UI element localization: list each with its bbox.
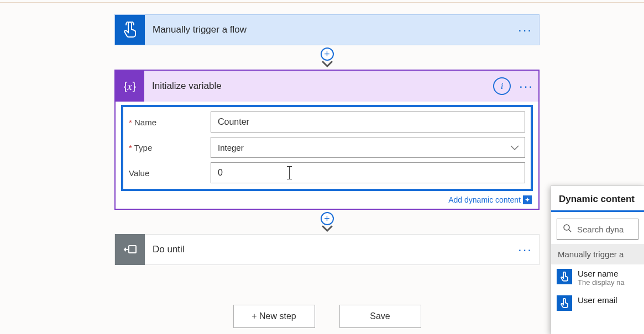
dynamic-content-item[interactable]: User email: [551, 291, 644, 315]
dynamic-content-search[interactable]: Search dyna: [557, 219, 638, 240]
down-arrow-icon: [322, 61, 333, 68]
type-label: * Type: [129, 143, 211, 152]
connector-1: +: [114, 45, 540, 70]
svg-rect-0: [129, 246, 136, 253]
flow-column: Manually trigger a flow ··· + {𝑥} Initia…: [114, 14, 540, 265]
trigger-card[interactable]: Manually trigger a flow ···: [114, 14, 540, 45]
text-cursor-icon: [289, 167, 290, 179]
name-input[interactable]: Counter: [211, 112, 525, 132]
search-icon: [563, 224, 572, 235]
value-input[interactable]: 0: [211, 162, 525, 183]
add-step-plus-icon[interactable]: +: [321, 212, 334, 225]
new-step-button[interactable]: + New step: [233, 305, 315, 328]
save-button[interactable]: Save: [339, 305, 421, 328]
connector-2: +: [114, 210, 540, 234]
type-row: * Type Integer: [129, 135, 525, 160]
name-row: * Name Counter: [129, 109, 525, 135]
variable-icon: {𝑥}: [116, 71, 144, 102]
item-title: User name: [578, 269, 625, 278]
value-row: Value 0: [129, 160, 525, 185]
add-dynamic-content-link[interactable]: Add dynamic content ✦: [448, 195, 532, 204]
dynamic-content-section: Manually trigger a: [551, 244, 644, 264]
tap-icon: [557, 269, 572, 284]
info-icon[interactable]: i: [493, 77, 511, 95]
fields-highlight-box: * Name Counter * Type Integer Val: [121, 105, 533, 191]
variable-title: Initialize variable: [144, 81, 493, 92]
page-top-border: [0, 2, 644, 3]
do-until-title: Do until: [145, 244, 511, 255]
down-arrow-icon: [322, 225, 333, 233]
do-until-more-icon[interactable]: ···: [511, 242, 539, 257]
dynamic-content-item[interactable]: User name The display na: [551, 264, 644, 291]
initialize-variable-card[interactable]: {𝑥} Initialize variable i ··· * Name Cou…: [114, 70, 540, 210]
trigger-title: Manually trigger a flow: [145, 24, 511, 35]
item-subtitle: The display na: [578, 278, 625, 287]
type-select[interactable]: Integer: [211, 137, 525, 158]
variable-card-header[interactable]: {𝑥} Initialize variable i ···: [116, 71, 538, 102]
chevron-down-icon: [510, 143, 519, 152]
svg-point-1: [564, 225, 569, 230]
name-label: * Name: [129, 118, 211, 127]
dynamic-content-panel: Dynamic content Search dyna Manually tri…: [551, 185, 644, 334]
add-step-plus-icon[interactable]: +: [321, 47, 334, 61]
variable-card-body: * Name Counter * Type Integer Val: [116, 102, 538, 209]
do-until-card[interactable]: Do until ···: [114, 234, 540, 265]
search-placeholder: Search dyna: [577, 225, 624, 234]
loop-icon: [115, 234, 145, 265]
dynamic-content-badge-icon: ✦: [523, 195, 532, 204]
footer-buttons: + New step Save: [114, 305, 540, 328]
trigger-more-icon[interactable]: ···: [511, 22, 539, 38]
tap-icon: [115, 15, 145, 45]
dynamic-content-tab[interactable]: Dynamic content: [551, 186, 644, 212]
variable-more-icon[interactable]: ···: [514, 78, 538, 94]
item-title: User email: [578, 295, 617, 305]
tap-icon: [557, 295, 572, 311]
value-label: Value: [129, 168, 211, 178]
